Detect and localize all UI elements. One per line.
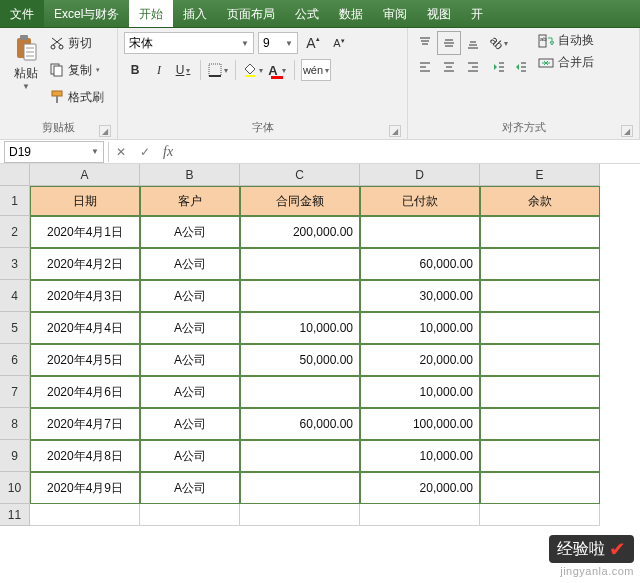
- dialog-launcher-icon[interactable]: ◢: [389, 125, 401, 137]
- cell[interactable]: A公司: [140, 344, 240, 376]
- row-header[interactable]: 5: [0, 312, 30, 344]
- cell[interactable]: [480, 216, 600, 248]
- row-header[interactable]: 9: [0, 440, 30, 472]
- cell[interactable]: [240, 440, 360, 472]
- tab-insert[interactable]: 插入: [173, 0, 217, 27]
- cell[interactable]: A公司: [140, 280, 240, 312]
- format-painter-button[interactable]: 格式刷: [50, 86, 104, 108]
- cell[interactable]: [140, 504, 240, 526]
- fx-icon[interactable]: fx: [163, 144, 173, 160]
- column-header[interactable]: B: [140, 164, 240, 186]
- align-bottom-button[interactable]: [462, 32, 484, 54]
- font-name-select[interactable]: 宋体▼: [124, 32, 254, 54]
- align-left-button[interactable]: [414, 56, 436, 78]
- cell[interactable]: 10,000.00: [360, 376, 480, 408]
- cell[interactable]: 2020年4月5日: [30, 344, 140, 376]
- fill-color-button[interactable]: ▾: [242, 59, 264, 81]
- italic-button[interactable]: I: [148, 59, 170, 81]
- cell[interactable]: 200,000.00: [240, 216, 360, 248]
- cell[interactable]: 2020年4月6日: [30, 376, 140, 408]
- cell[interactable]: [480, 344, 600, 376]
- row-header[interactable]: 11: [0, 504, 30, 526]
- row-header[interactable]: 3: [0, 248, 30, 280]
- paste-button[interactable]: 粘贴 ▼: [6, 32, 46, 108]
- tab-data[interactable]: 数据: [329, 0, 373, 27]
- orientation-button[interactable]: ab▾: [488, 32, 510, 54]
- cell[interactable]: A公司: [140, 216, 240, 248]
- tab-review[interactable]: 审阅: [373, 0, 417, 27]
- increase-indent-button[interactable]: [510, 56, 532, 78]
- cell[interactable]: 10,000.00: [240, 312, 360, 344]
- font-size-select[interactable]: 9▼: [258, 32, 298, 54]
- spreadsheet-grid[interactable]: A B C D E 1234567891011 日期客户合同金额已付款余款202…: [0, 164, 640, 583]
- cell[interactable]: [480, 280, 600, 312]
- cell[interactable]: [480, 440, 600, 472]
- border-button[interactable]: ▾: [207, 59, 229, 81]
- cell[interactable]: 日期: [30, 186, 140, 216]
- row-header[interactable]: 2: [0, 216, 30, 248]
- cell[interactable]: [30, 504, 140, 526]
- dialog-launcher-icon[interactable]: ◢: [99, 125, 111, 137]
- cell[interactable]: 2020年4月1日: [30, 216, 140, 248]
- cell[interactable]: [480, 248, 600, 280]
- tab-formula[interactable]: 公式: [285, 0, 329, 27]
- cancel-formula-button[interactable]: ✕: [109, 141, 133, 163]
- cell[interactable]: 2020年4月8日: [30, 440, 140, 472]
- grow-font-button[interactable]: A▴: [302, 32, 324, 54]
- row-header[interactable]: 6: [0, 344, 30, 376]
- decrease-indent-button[interactable]: [488, 56, 510, 78]
- cell[interactable]: 10,000.00: [360, 312, 480, 344]
- tab-file[interactable]: 文件: [0, 0, 44, 27]
- tab-dev[interactable]: 开: [461, 0, 493, 27]
- confirm-formula-button[interactable]: ✓: [133, 141, 157, 163]
- copy-button[interactable]: 复制 ▾: [50, 59, 104, 81]
- cell[interactable]: 2020年4月3日: [30, 280, 140, 312]
- cell[interactable]: [480, 472, 600, 504]
- align-middle-button[interactable]: [438, 32, 460, 54]
- cell[interactable]: 10,000.00: [360, 440, 480, 472]
- cell[interactable]: 20,000.00: [360, 344, 480, 376]
- cell[interactable]: [240, 248, 360, 280]
- cut-button[interactable]: 剪切: [50, 32, 104, 54]
- cell[interactable]: [240, 376, 360, 408]
- formula-input[interactable]: [179, 141, 640, 163]
- column-header[interactable]: C: [240, 164, 360, 186]
- align-top-button[interactable]: [414, 32, 436, 54]
- cell[interactable]: 30,000.00: [360, 280, 480, 312]
- cell[interactable]: [360, 216, 480, 248]
- row-header[interactable]: 7: [0, 376, 30, 408]
- column-header[interactable]: A: [30, 164, 140, 186]
- cell[interactable]: 100,000.00: [360, 408, 480, 440]
- cell[interactable]: 客户: [140, 186, 240, 216]
- cell[interactable]: A公司: [140, 440, 240, 472]
- cell[interactable]: [480, 408, 600, 440]
- align-right-button[interactable]: [462, 56, 484, 78]
- cell[interactable]: 2020年4月4日: [30, 312, 140, 344]
- tab-layout[interactable]: 页面布局: [217, 0, 285, 27]
- cell[interactable]: [480, 312, 600, 344]
- cell[interactable]: 2020年4月7日: [30, 408, 140, 440]
- name-box[interactable]: D19▼: [4, 141, 104, 163]
- cell[interactable]: [240, 472, 360, 504]
- row-header[interactable]: 4: [0, 280, 30, 312]
- cell[interactable]: [240, 504, 360, 526]
- underline-button[interactable]: U▾: [172, 59, 194, 81]
- cell[interactable]: [480, 504, 600, 526]
- cell[interactable]: A公司: [140, 312, 240, 344]
- row-header[interactable]: 8: [0, 408, 30, 440]
- shrink-font-button[interactable]: A▾: [328, 32, 350, 54]
- pinyin-button[interactable]: wén▾: [301, 59, 331, 81]
- bold-button[interactable]: B: [124, 59, 146, 81]
- cell[interactable]: 50,000.00: [240, 344, 360, 376]
- cell[interactable]: A公司: [140, 248, 240, 280]
- cell[interactable]: 余款: [480, 186, 600, 216]
- tab-addin[interactable]: Excel与财务: [44, 0, 129, 27]
- column-header[interactable]: D: [360, 164, 480, 186]
- cell[interactable]: 60,000.00: [240, 408, 360, 440]
- tab-view[interactable]: 视图: [417, 0, 461, 27]
- font-color-button[interactable]: A▾: [266, 59, 288, 81]
- select-all-corner[interactable]: [0, 164, 30, 186]
- cell[interactable]: A公司: [140, 376, 240, 408]
- align-center-button[interactable]: [438, 56, 460, 78]
- cell[interactable]: [480, 376, 600, 408]
